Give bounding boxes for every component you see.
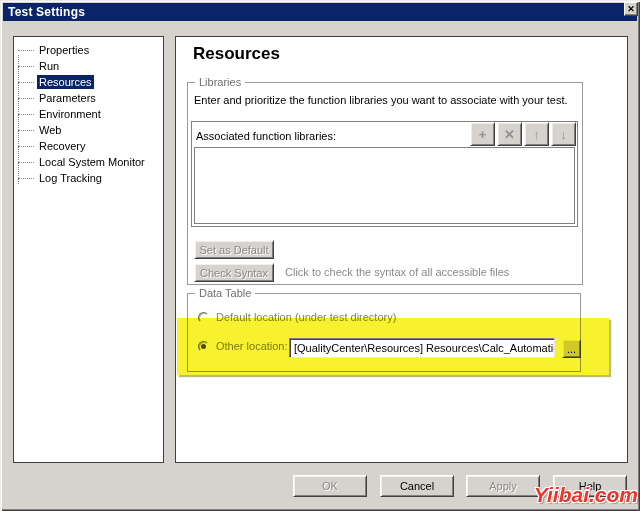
tree-item-recovery[interactable]: Recovery: [14, 138, 163, 154]
close-button[interactable]: ✕: [624, 2, 638, 16]
tree-item-parameters[interactable]: Parameters: [14, 90, 163, 106]
check-syntax-hint: Click to check the syntax of all accessi…: [285, 266, 509, 278]
resources-page: Resources Libraries Enter and prioritize…: [175, 36, 628, 463]
libraries-instruction: Enter and prioritize the function librar…: [194, 94, 568, 106]
associated-libraries-label: Associated function libraries:: [196, 130, 336, 142]
window-title: Test Settings: [3, 5, 85, 19]
set-as-default-button[interactable]: Set as Default: [194, 240, 274, 259]
libraries-group-label: Libraries: [195, 76, 245, 88]
other-location-input[interactable]: [QualityCenter\Resources] Resources\Calc…: [289, 338, 555, 358]
tree-item-web[interactable]: Web: [14, 122, 163, 138]
close-icon: ✕: [627, 5, 635, 14]
move-down-button[interactable]: ↓: [551, 122, 576, 146]
ok-button[interactable]: OK: [293, 475, 367, 497]
plus-icon: +: [479, 127, 487, 142]
tree-item-log-tracking[interactable]: Log Tracking: [14, 170, 163, 186]
arrow-up-icon: ↑: [533, 127, 540, 142]
remove-library-button[interactable]: ✕: [497, 122, 522, 146]
libraries-toolbar: + ✕ ↑ ↓: [468, 122, 576, 146]
data-table-group-label: Data Table: [195, 287, 255, 299]
settings-tree: Properties Run Resources Parameters Envi…: [14, 42, 163, 186]
title-bar: Test Settings: [3, 3, 637, 21]
apply-button[interactable]: Apply: [466, 475, 540, 497]
tree-item-resources[interactable]: Resources: [14, 74, 163, 90]
tree-item-local-system-monitor[interactable]: Local System Monitor: [14, 154, 163, 170]
libraries-group: Libraries Enter and prioritize the funct…: [187, 82, 583, 285]
move-up-button[interactable]: ↑: [524, 122, 549, 146]
cancel-button[interactable]: Cancel: [380, 475, 454, 497]
settings-tree-panel: Properties Run Resources Parameters Envi…: [13, 36, 164, 463]
tree-item-run[interactable]: Run: [14, 58, 163, 74]
function-libraries-container: Associated function libraries: + ✕ ↑ ↓: [191, 121, 578, 227]
arrow-down-icon: ↓: [560, 127, 567, 142]
tree-item-properties[interactable]: Properties: [14, 42, 163, 58]
check-syntax-button[interactable]: Check Syntax: [194, 263, 274, 282]
tree-item-environment[interactable]: Environment: [14, 106, 163, 122]
delete-icon: ✕: [504, 127, 515, 142]
page-title: Resources: [193, 44, 280, 64]
associated-libraries-listbox[interactable]: [194, 147, 575, 224]
add-library-button[interactable]: +: [470, 122, 495, 146]
test-settings-dialog: Test Settings ✕ Properties Run Resources…: [0, 0, 640, 511]
watermark: Yiibai.com: [534, 483, 638, 507]
